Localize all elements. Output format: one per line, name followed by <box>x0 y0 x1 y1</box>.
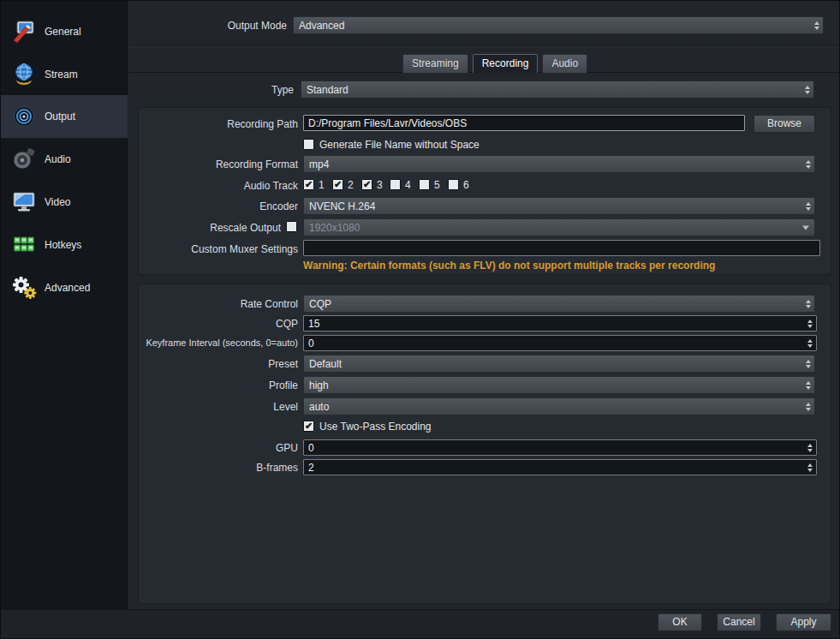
audio-track-2-checkbox[interactable] <box>332 179 343 190</box>
video-icon <box>9 188 39 217</box>
cqp-label: CQP <box>127 318 298 330</box>
custom-muxer-input[interactable] <box>303 240 820 256</box>
sidebar-item-stream[interactable]: Stream <box>1 53 128 96</box>
sidebar-item-label: Advanced <box>45 282 90 294</box>
generate-no-space-label: Generate File Name without Space <box>319 139 480 151</box>
type-select[interactable]: Standard <box>301 81 814 99</box>
sidebar-item-label: Output <box>45 110 75 122</box>
encoder-select[interactable]: NVENC H.264 <box>303 197 815 215</box>
general-icon <box>9 17 39 46</box>
output-mode-label: Output Mode <box>129 20 287 32</box>
recording-path-label: Recording Path <box>127 118 298 130</box>
audio-track-1-label: 1 <box>319 179 325 191</box>
audio-track-3-label: 3 <box>377 179 383 191</box>
output-tabbar: Streaming Recording Audio <box>402 54 587 73</box>
profile-label: Profile <box>127 379 298 391</box>
level-select[interactable]: auto <box>303 397 815 415</box>
combo-arrow-down-icon <box>802 225 809 230</box>
level-label: Level <box>127 401 298 413</box>
dialog-footer: OK Cancel Apply <box>1 609 840 639</box>
audio-icon <box>9 145 39 174</box>
two-pass-label: Use Two-Pass Encoding <box>319 421 432 433</box>
audio-track-6-checkbox[interactable] <box>448 179 459 190</box>
spin-arrows-icon <box>807 463 813 472</box>
rate-control-select[interactable]: CQP <box>303 295 815 313</box>
generate-no-space-checkbox[interactable] <box>303 139 314 150</box>
encoder-label: Encoder <box>127 200 298 212</box>
settings-window: General Stream <box>0 0 840 639</box>
two-pass-checkbox[interactable] <box>303 421 314 432</box>
rescale-output-label: Rescale Output <box>110 222 281 234</box>
separator <box>128 46 840 47</box>
settings-sidebar: General Stream <box>1 1 128 609</box>
combo-arrows-icon <box>806 202 811 211</box>
recording-settings-group: Recording Path Browse Generate File Name… <box>138 107 831 275</box>
output-mode-select[interactable]: Advanced <box>293 16 824 34</box>
recording-format-label: Recording Format <box>127 158 298 170</box>
combo-arrows-icon <box>806 403 811 411</box>
apply-button[interactable]: Apply <box>776 613 831 631</box>
audio-track-5-checkbox[interactable] <box>419 179 430 190</box>
browse-button[interactable]: Browse <box>754 115 815 133</box>
output-icon <box>9 102 39 131</box>
format-warning-text: Warning: Certain formats (such as FLV) d… <box>303 260 715 272</box>
combo-arrows-icon <box>805 86 810 94</box>
recording-format-select[interactable]: mp4 <box>303 155 815 173</box>
combo-arrows-icon <box>814 21 819 30</box>
audio-track-2-label: 2 <box>348 179 354 191</box>
profile-select[interactable]: high <box>303 376 815 394</box>
sidebar-item-video[interactable]: Video <box>1 181 128 224</box>
rescale-output-checkbox[interactable] <box>286 221 297 232</box>
hotkeys-icon <box>9 230 39 260</box>
audio-track-4-checkbox[interactable] <box>390 179 401 190</box>
audio-track-3-checkbox[interactable] <box>361 179 372 190</box>
spin-arrows-icon <box>807 320 813 328</box>
sidebar-item-general[interactable]: General <box>1 10 128 53</box>
spin-arrows-icon <box>807 444 813 452</box>
stream-icon <box>9 60 39 89</box>
encoder-settings-group: Rate Control CQP CQP 15 Keyframe Interva… <box>138 284 831 604</box>
spin-arrows-icon <box>807 339 813 348</box>
recording-path-input[interactable] <box>303 115 745 131</box>
cqp-spinbox[interactable]: 15 <box>303 315 817 331</box>
audio-track-1-checkbox[interactable] <box>303 179 314 190</box>
rate-control-label: Rate Control <box>127 298 298 310</box>
preset-label: Preset <box>127 358 298 370</box>
keyframe-interval-spinbox[interactable]: 0 <box>303 335 817 351</box>
cancel-button[interactable]: Cancel <box>717 613 761 631</box>
sidebar-item-advanced[interactable]: Advanced <box>1 266 128 309</box>
sidebar-item-label: General <box>45 26 81 38</box>
sidebar-item-output[interactable]: Output <box>1 95 128 138</box>
preset-select[interactable]: Default <box>303 355 815 373</box>
sidebar-item-label: Audio <box>45 153 71 165</box>
bframes-label: B-frames <box>127 462 298 474</box>
audio-track-5-label: 5 <box>434 179 440 191</box>
combo-arrows-icon <box>806 360 811 368</box>
custom-muxer-label: Custom Muxer Settings <box>127 243 298 255</box>
audio-track-label: Audio Track <box>127 180 298 192</box>
tab-streaming[interactable]: Streaming <box>402 54 468 73</box>
sidebar-item-label: Stream <box>45 69 78 81</box>
audio-track-4-label: 4 <box>405 179 411 191</box>
type-label: Type <box>129 84 294 96</box>
tab-recording[interactable]: Recording <box>473 54 539 73</box>
gpu-label: GPU <box>127 442 298 454</box>
combo-arrows-icon <box>806 160 811 169</box>
tab-audio[interactable]: Audio <box>542 54 587 73</box>
bframes-spinbox[interactable]: 2 <box>303 459 817 475</box>
sidebar-item-label: Video <box>45 196 70 208</box>
combo-arrows-icon <box>806 300 811 308</box>
combo-arrows-icon <box>806 381 811 390</box>
audio-track-6-label: 6 <box>463 179 469 191</box>
gpu-spinbox[interactable]: 0 <box>303 439 817 456</box>
sidebar-item-audio[interactable]: Audio <box>1 138 128 181</box>
rescale-resolution-select[interactable]: 1920x1080 <box>303 218 815 236</box>
sidebar-item-hotkeys[interactable]: Hotkeys <box>1 224 128 266</box>
ok-button[interactable]: OK <box>658 613 702 631</box>
advanced-icon <box>9 273 39 302</box>
keyframe-interval-label: Keyframe Interval (seconds, 0=auto) <box>127 337 298 348</box>
sidebar-item-label: Hotkeys <box>45 239 81 251</box>
